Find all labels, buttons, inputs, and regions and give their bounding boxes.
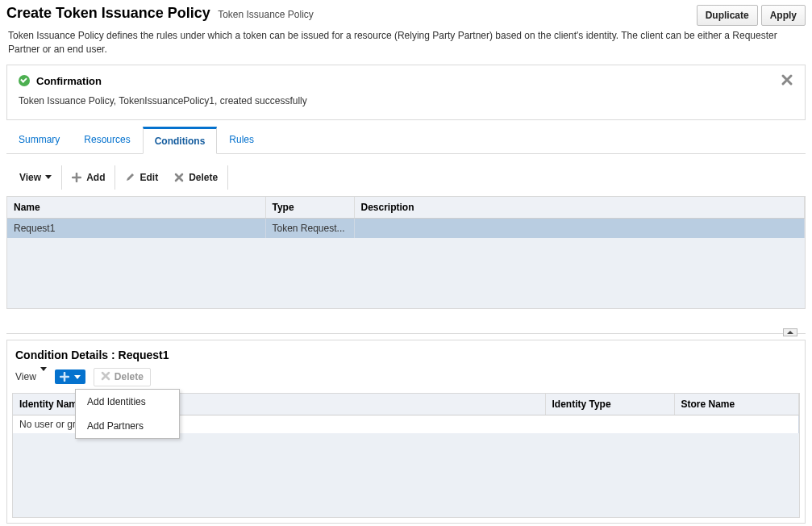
tab-summary[interactable]: Summary — [6, 127, 72, 154]
edit-label: Edit — [139, 172, 158, 183]
page-description: Token Issuance Policy defines the rules … — [0, 26, 812, 65]
splitter[interactable] — [6, 333, 806, 340]
close-icon[interactable] — [781, 73, 793, 86]
conditions-toolbar: View Add Edit Delete — [6, 159, 806, 196]
page-title: Create Token Issuance Policy — [6, 5, 210, 21]
details-title: Condition Details : Request1 — [12, 349, 800, 366]
delete-label: Delete — [189, 172, 218, 183]
details-view-label: View — [15, 371, 36, 382]
duplicate-button[interactable]: Duplicate — [697, 5, 758, 26]
delete-button[interactable]: Delete — [174, 172, 218, 183]
add-dropdown: Add Identities Add Partners — [75, 389, 180, 439]
condition-details-panel: Condition Details : Request1 View Delete… — [6, 340, 806, 524]
cell-name: Request1 — [7, 218, 265, 238]
edit-button[interactable]: Edit — [125, 172, 158, 183]
add-button[interactable]: Add — [72, 172, 105, 183]
pencil-icon — [125, 173, 135, 182]
col-type[interactable]: Type — [265, 197, 354, 219]
col-store-name[interactable]: Store Name — [674, 394, 799, 415]
table-row[interactable]: Request1 Token Request... — [7, 218, 805, 238]
splitter-handle-icon[interactable] — [783, 328, 797, 336]
col-name[interactable]: Name — [7, 197, 265, 219]
col-description[interactable]: Description — [354, 197, 805, 219]
page-subtitle: Token Issuance Policy — [218, 9, 314, 20]
chevron-down-icon — [45, 175, 52, 179]
confirmation-message: Token Issuance Policy, TokenIssuancePoli… — [19, 95, 793, 106]
x-icon — [101, 371, 115, 383]
success-icon — [19, 75, 30, 86]
view-label: View — [19, 172, 41, 183]
x-icon — [174, 173, 184, 182]
chevron-down-icon — [40, 367, 47, 382]
add-split-button[interactable] — [55, 369, 85, 384]
cell-desc — [354, 218, 805, 238]
details-view-menu[interactable]: View — [15, 371, 47, 382]
tab-conditions[interactable]: Conditions — [143, 127, 218, 154]
cell-type: Token Request... — [265, 218, 354, 238]
apply-button[interactable]: Apply — [761, 5, 806, 26]
view-menu[interactable]: View — [19, 172, 52, 183]
plus-icon — [72, 173, 81, 182]
plus-icon — [60, 372, 69, 382]
menu-add-partners[interactable]: Add Partners — [76, 414, 179, 438]
confirmation-heading: Confirmation — [36, 75, 102, 87]
tab-bar: Summary Resources Conditions Rules — [6, 127, 806, 154]
confirmation-panel: Confirmation Token Issuance Policy, Toke… — [6, 65, 806, 120]
details-delete-button: Delete — [94, 368, 151, 386]
tab-resources[interactable]: Resources — [72, 127, 142, 154]
details-delete-label: Delete — [115, 371, 144, 382]
menu-add-identities[interactable]: Add Identities — [76, 390, 179, 414]
conditions-table: Name Type Description Request1 Token Req… — [6, 196, 806, 309]
tab-rules[interactable]: Rules — [217, 127, 266, 154]
add-label: Add — [86, 172, 105, 183]
details-toolbar: View Delete Add Identities Add Partners — [12, 366, 800, 393]
col-identity-type[interactable]: Identity Type — [545, 394, 674, 415]
chevron-down-icon — [74, 375, 81, 379]
